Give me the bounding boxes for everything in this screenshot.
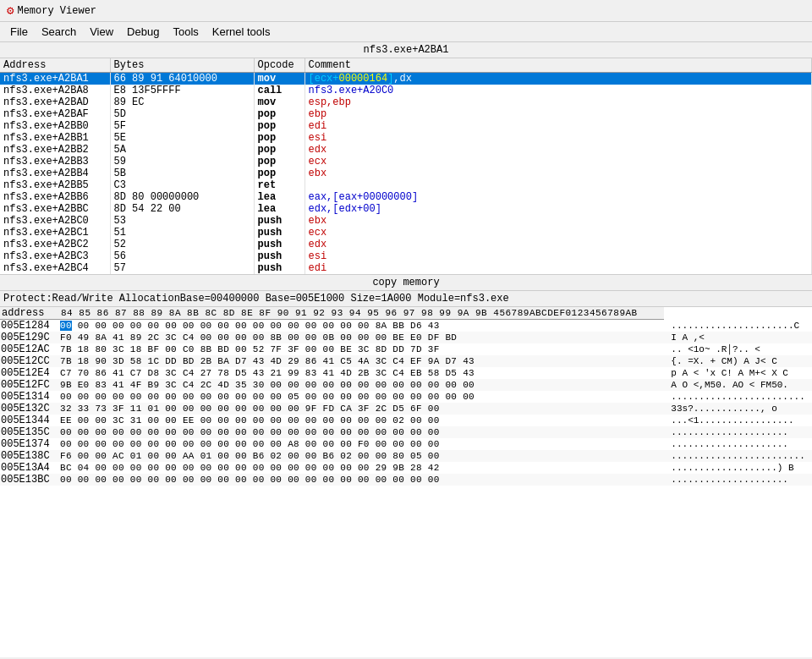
- memory-row[interactable]: 005E129CF0 49 8A 41 89 2C 3C C4 00 00 00…: [0, 332, 812, 343]
- memory-row[interactable]: 005E13A4BC 04 00 00 00 00 00 00 00 00 00…: [0, 462, 812, 474]
- disasm-row[interactable]: nfs3.exe+A2BA8E8 13F5FFFFcallnfs3.exe+A2…: [0, 85, 812, 96]
- mem-ascii: ......................C: [664, 320, 812, 332]
- disasm-row[interactable]: nfs3.exe+A2BC356pushesi: [0, 250, 812, 262]
- disasm-row[interactable]: nfs3.exe+A2BB05Fpopedi: [0, 120, 812, 132]
- disasm-row[interactable]: nfs3.exe+A2BB359popecx: [0, 156, 812, 167]
- disasm-opcode: call: [254, 85, 304, 96]
- disasm-opcode: push: [254, 239, 304, 250]
- disasm-bytes: 5F: [110, 120, 254, 132]
- disasm-row[interactable]: nfs3.exe+A2BA166 89 91 64010000mov[ecx+0…: [0, 73, 812, 85]
- mem-hex: 00 00 00 00 00 00 00 00 00 00 00 00 00 A…: [59, 438, 664, 450]
- disasm-bytes: 52: [110, 239, 254, 250]
- disasm-address: nfs3.exe+A2BB3: [0, 156, 110, 167]
- disasm-comment: eax,[eax+00000000]: [304, 191, 812, 203]
- disasm-row[interactable]: nfs3.exe+A2BC252pushedx: [0, 239, 812, 250]
- disasm-row[interactable]: nfs3.exe+A2BBC8D 54 22 00leaedx,[edx+00]: [0, 203, 812, 215]
- disasm-address: nfs3.exe+A2BC3: [0, 250, 110, 262]
- disasm-bytes: 51: [110, 227, 254, 239]
- col-comment-header: Comment: [304, 58, 812, 73]
- disasm-address: nfs3.exe+A2BC2: [0, 239, 110, 250]
- disasm-bytes: 8D 54 22 00: [110, 203, 254, 215]
- disasm-opcode: pop: [254, 132, 304, 144]
- mem-ascii: .....................: [664, 474, 812, 486]
- mem-address: 005E12FC: [0, 379, 59, 391]
- mem-hex: 32 33 73 3F 11 01 00 00 00 00 00 00 00 0…: [59, 403, 664, 415]
- disasm-row[interactable]: nfs3.exe+A2BAF5Dpopebp: [0, 108, 812, 120]
- memory-row[interactable]: 005E13BC00 00 00 00 00 00 00 00 00 00 00…: [0, 474, 812, 486]
- disasm-bytes: 5D: [110, 108, 254, 120]
- mem-ascii: .. <1o~ .R│?.. <: [664, 343, 812, 355]
- memory-row[interactable]: 005E1344EE 00 00 3C 31 00 00 EE 00 00 00…: [0, 415, 812, 426]
- disasm-row[interactable]: nfs3.exe+A2BC053pushebx: [0, 215, 812, 227]
- disasm-address: nfs3.exe+A2BC0: [0, 215, 110, 227]
- disasm-opcode: pop: [254, 120, 304, 132]
- mem-hex: 7B 18 90 3D 58 1C DD BD 2B BA D7 43 4D 2…: [59, 355, 664, 367]
- menu-search[interactable]: Search: [35, 24, 83, 40]
- disasm-bytes: 56: [110, 250, 254, 262]
- memory-row[interactable]: 005E128400 00 00 00 00 00 00 00 00 00 00…: [0, 320, 812, 332]
- disasm-comment: [304, 179, 812, 191]
- mem-ascii: {. =X. + CM) A J< C: [664, 355, 812, 367]
- disasm-comment: esi: [304, 132, 812, 144]
- memory-row[interactable]: 005E131400 00 00 00 00 00 00 00 00 00 00…: [0, 391, 812, 403]
- protect-bar: Protect:Read/Write AllocationBase=004000…: [0, 291, 812, 307]
- disasm-row[interactable]: nfs3.exe+A2BB25Apopedx: [0, 144, 812, 156]
- main-container: nfs3.exe+A2BA1 Address Bytes Opcode Comm…: [0, 42, 812, 657]
- disasm-opcode: mov: [254, 96, 304, 108]
- mem-address: 005E135C: [0, 426, 59, 438]
- disasm-bytes: E8 13F5FFFF: [110, 85, 254, 96]
- mem-ascii: ...................) B: [664, 462, 812, 474]
- mem-col-hex: 84 85 86 87 88 89 8A 8B 8C 8D 8E 8F 90 9…: [59, 307, 664, 320]
- disasm-comment: ebx: [304, 167, 812, 179]
- disasm-bytes: 57: [110, 262, 254, 274]
- disasm-address: nfs3.exe+A2BA1: [0, 73, 110, 85]
- memory-row[interactable]: 005E137400 00 00 00 00 00 00 00 00 00 00…: [0, 438, 812, 450]
- disasm-row[interactable]: nfs3.exe+A2BC151pushecx: [0, 227, 812, 239]
- memory-row[interactable]: 005E132C32 33 73 3F 11 01 00 00 00 00 00…: [0, 403, 812, 415]
- menu-tools[interactable]: Tools: [166, 24, 205, 40]
- mem-ascii: 33s?............, o: [664, 403, 812, 415]
- memory-row[interactable]: 005E12FC9B E0 83 41 4F B9 3C C4 2C 4D 35…: [0, 379, 812, 391]
- disasm-opcode: lea: [254, 203, 304, 215]
- col-opcode-header: Opcode: [254, 58, 304, 73]
- memory-row[interactable]: 005E12CC7B 18 90 3D 58 1C DD BD 2B BA D7…: [0, 355, 812, 367]
- disasm-address: nfs3.exe+A2BA8: [0, 85, 110, 96]
- disasm-bytes: 5A: [110, 144, 254, 156]
- disasm-row[interactable]: nfs3.exe+A2BB68D 80 00000000leaeax,[eax+…: [0, 191, 812, 203]
- mem-hex: 00 00 00 00 00 00 00 00 00 00 00 00 00 0…: [59, 391, 664, 403]
- disasm-address: nfs3.exe+A2BAF: [0, 108, 110, 120]
- mem-address: 005E138C: [0, 450, 59, 462]
- disasm-row[interactable]: nfs3.exe+A2BB15Epopesi: [0, 132, 812, 144]
- disasm-comment: nfs3.exe+A20C0: [304, 85, 812, 96]
- disasm-tbody: nfs3.exe+A2BA166 89 91 64010000mov[ecx+0…: [0, 73, 812, 275]
- disasm-bytes: 5E: [110, 132, 254, 144]
- disasm-bytes: C3: [110, 179, 254, 191]
- disasm-row[interactable]: nfs3.exe+A2BB5C3ret: [0, 179, 812, 191]
- title-bar: ⚙ Memory Viewer: [0, 0, 812, 22]
- menu-bar: File Search View Debug Tools Kernel tool…: [0, 22, 812, 42]
- mem-ascii: p A < 'x C! A M+< X C: [664, 367, 812, 379]
- disasm-address: nfs3.exe+A2BB6: [0, 191, 110, 203]
- disasm-opcode: push: [254, 250, 304, 262]
- mem-address: 005E12AC: [0, 343, 59, 355]
- menu-debug[interactable]: Debug: [120, 24, 166, 40]
- memory-row[interactable]: 005E12E4C7 70 86 41 C7 D8 3C C4 27 78 D5…: [0, 367, 812, 379]
- mem-ascii: .....................: [664, 426, 812, 438]
- disasm-row[interactable]: nfs3.exe+A2BC457pushedi: [0, 262, 812, 274]
- memory-row[interactable]: 005E12AC7B 18 80 3C 18 BF 00 C0 8B BD 00…: [0, 343, 812, 355]
- disasm-address: nfs3.exe+A2BB1: [0, 132, 110, 144]
- menu-view[interactable]: View: [83, 24, 120, 40]
- memory-row[interactable]: 005E135C00 00 00 00 00 00 00 00 00 00 00…: [0, 426, 812, 438]
- mem-hex: 00 00 00 00 00 00 00 00 00 00 00 00 00 0…: [59, 474, 664, 486]
- disasm-row[interactable]: nfs3.exe+A2BAD89 ECmovesp,ebp: [0, 96, 812, 108]
- disasm-row[interactable]: nfs3.exe+A2BB45Bpopebx: [0, 167, 812, 179]
- mem-address: 005E1314: [0, 391, 59, 403]
- disasm-opcode: push: [254, 227, 304, 239]
- menu-kernel-tools[interactable]: Kernel tools: [206, 24, 277, 40]
- mem-ascii: .....................: [664, 438, 812, 450]
- mem-ascii: ...<1.................: [664, 415, 812, 426]
- menu-file[interactable]: File: [3, 24, 35, 40]
- disasm-opcode: ret: [254, 179, 304, 191]
- disasm-comment: ebx: [304, 215, 812, 227]
- memory-row[interactable]: 005E138CF6 00 00 AC 01 00 00 AA 01 00 00…: [0, 450, 812, 462]
